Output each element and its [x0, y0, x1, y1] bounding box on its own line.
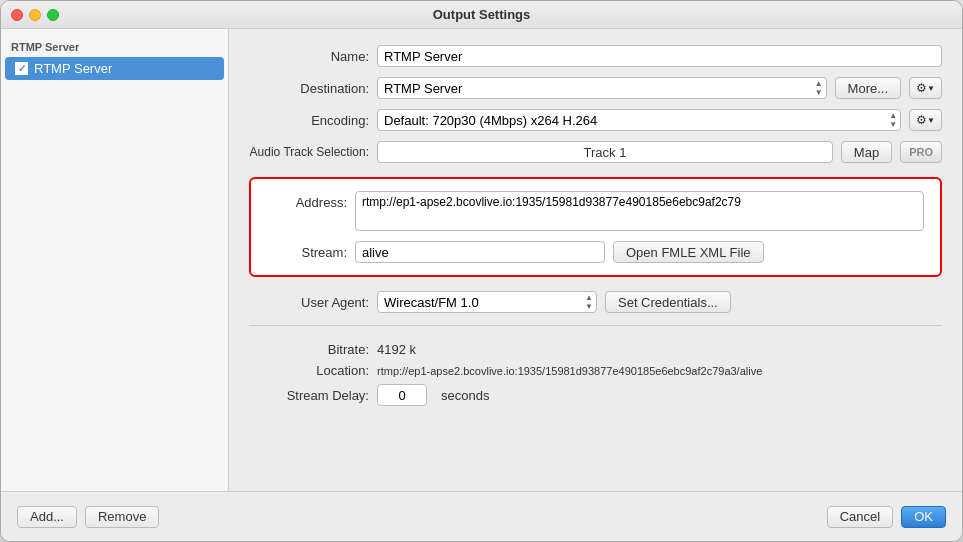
gear-icon: ⚙	[916, 81, 927, 95]
open-fmle-button[interactable]: Open FMLE XML File	[613, 241, 764, 263]
more-button[interactable]: More...	[835, 77, 901, 99]
encoding-gear-button[interactable]: ⚙ ▼	[909, 109, 942, 131]
bottom-right-buttons: Cancel OK	[827, 506, 946, 528]
track-value: Track 1	[584, 145, 627, 160]
checkmark-icon: ✓	[18, 63, 26, 74]
destination-row: Destination: RTMP Server ▲ ▼ More... ⚙ ▼	[249, 77, 942, 99]
maximize-button[interactable]	[47, 9, 59, 21]
stream-label: Stream:	[267, 245, 347, 260]
encoding-row: Encoding: Default: 720p30 (4Mbps) x264 H…	[249, 109, 942, 131]
address-input[interactable]	[355, 191, 924, 231]
info-section: Bitrate: 4192 k Location: rtmp://ep1-aps…	[249, 338, 942, 410]
encoding-gear-chevron: ▼	[927, 116, 935, 125]
bottom-bar: Add... Remove Cancel OK	[1, 491, 962, 541]
name-input[interactable]	[377, 45, 942, 67]
main-content: RTMP Server ✓ RTMP Server Name: Destinat…	[1, 29, 962, 491]
location-value: rtmp://ep1-apse2.bcovlive.io:1935/15981d…	[377, 365, 762, 377]
user-agent-select-wrapper: Wirecast/FM 1.0 ▲ ▼	[377, 291, 597, 313]
close-button[interactable]	[11, 9, 23, 21]
bitrate-value: 4192 k	[377, 342, 416, 357]
stream-row: Stream: Open FMLE XML File	[267, 241, 924, 263]
sidebar-item-label: RTMP Server	[34, 61, 112, 76]
map-button[interactable]: Map	[841, 141, 892, 163]
sidebar-item-rtmp[interactable]: ✓ RTMP Server	[5, 57, 224, 80]
sidebar-section-title: RTMP Server	[1, 37, 228, 57]
add-button[interactable]: Add...	[17, 506, 77, 528]
output-settings-window: Output Settings RTMP Server ✓ RTMP Serve…	[0, 0, 963, 542]
user-agent-label: User Agent:	[249, 295, 369, 310]
window-controls	[11, 9, 59, 21]
ok-button[interactable]: OK	[901, 506, 946, 528]
gear-chevron: ▼	[927, 84, 935, 93]
destination-gear-button[interactable]: ⚙ ▼	[909, 77, 942, 99]
cancel-button[interactable]: Cancel	[827, 506, 893, 528]
encoding-label: Encoding:	[249, 113, 369, 128]
audio-track-label: Audio Track Selection:	[249, 145, 369, 159]
audio-track-row: Audio Track Selection: Track 1 Map PRO	[249, 141, 942, 163]
destination-select[interactable]: RTMP Server	[377, 77, 827, 99]
minimize-button[interactable]	[29, 9, 41, 21]
window-title: Output Settings	[433, 7, 531, 22]
destination-label: Destination:	[249, 81, 369, 96]
remove-button[interactable]: Remove	[85, 506, 159, 528]
encoding-select-wrapper: Default: 720p30 (4Mbps) x264 H.264 ▲ ▼	[377, 109, 901, 131]
name-row: Name:	[249, 45, 942, 67]
encoding-gear-icon: ⚙	[916, 113, 927, 127]
user-agent-row: User Agent: Wirecast/FM 1.0 ▲ ▼ Set Cred…	[249, 291, 942, 313]
divider	[249, 325, 942, 326]
stream-delay-label: Stream Delay:	[249, 388, 369, 403]
address-row: Address:	[267, 191, 924, 231]
location-row: Location: rtmp://ep1-apse2.bcovlive.io:1…	[249, 363, 942, 378]
stream-delay-row: Stream Delay: seconds	[249, 384, 942, 406]
title-bar: Output Settings	[1, 1, 962, 29]
stream-input[interactable]	[355, 241, 605, 263]
seconds-label: seconds	[441, 388, 489, 403]
location-label: Location:	[249, 363, 369, 378]
set-credentials-button[interactable]: Set Credentials...	[605, 291, 731, 313]
bottom-left-buttons: Add... Remove	[17, 506, 159, 528]
name-label: Name:	[249, 49, 369, 64]
bitrate-row: Bitrate: 4192 k	[249, 342, 942, 357]
rtmp-section: Address: Stream: Open FMLE XML File	[249, 177, 942, 277]
address-label: Address:	[267, 191, 347, 210]
user-agent-select[interactable]: Wirecast/FM 1.0	[377, 291, 597, 313]
pro-button: PRO	[900, 141, 942, 163]
stream-delay-input[interactable]	[377, 384, 427, 406]
right-panel: Name: Destination: RTMP Server ▲ ▼ More.…	[229, 29, 962, 491]
sidebar-checkbox[interactable]: ✓	[15, 62, 28, 75]
sidebar: RTMP Server ✓ RTMP Server	[1, 29, 229, 491]
bitrate-label: Bitrate:	[249, 342, 369, 357]
encoding-select[interactable]: Default: 720p30 (4Mbps) x264 H.264	[377, 109, 901, 131]
destination-select-wrapper: RTMP Server ▲ ▼	[377, 77, 827, 99]
track-display: Track 1	[377, 141, 833, 163]
